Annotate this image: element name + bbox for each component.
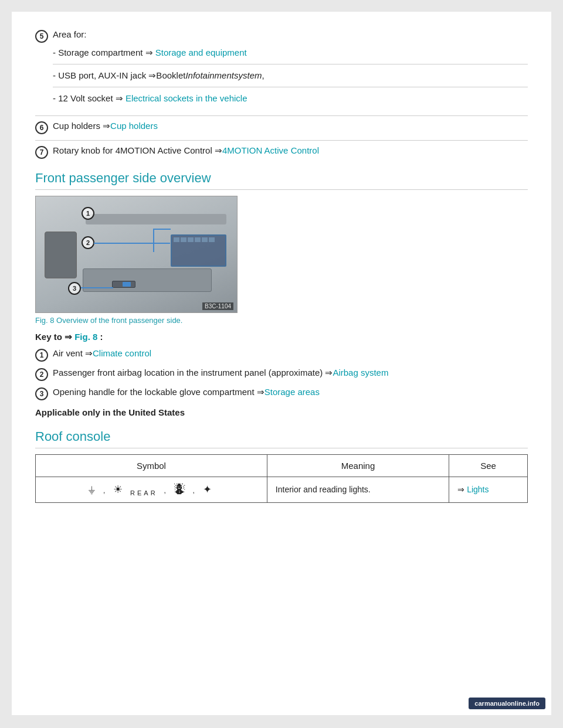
- key-item-2-text: Passenger front airbag location in the i…: [53, 368, 333, 378]
- lights-link[interactable]: Lights: [467, 485, 489, 494]
- figure-area: 1 2 3 B3C-1104 Fig. 8 Overview of the fr…: [35, 196, 528, 325]
- key-circle-3: 3: [35, 387, 48, 400]
- cup-holders-link[interactable]: Cup holders: [110, 121, 158, 131]
- col-meaning: Meaning: [267, 455, 449, 477]
- dashboard-graphic: 1 2 3 B3C-1104: [36, 196, 237, 312]
- 4motion-link[interactable]: 4MOTION Active Control: [222, 145, 319, 155]
- figure-caption: Fig. 8 Overview of the front passenger s…: [35, 316, 528, 325]
- sub-item-1-text: - Storage compartment ⇒: [53, 47, 155, 57]
- item-6-row: 6 Cup holders ⇒ Cup holders: [35, 121, 528, 134]
- roof-section-heading: Roof console: [35, 429, 528, 448]
- item-6-text: Cup holders ⇒: [53, 121, 110, 131]
- fig8-link[interactable]: Fig. 8: [74, 332, 97, 342]
- table-header-row: Symbol Meaning See: [36, 455, 528, 477]
- separator-1: [35, 115, 528, 116]
- key-circle-1: 1: [35, 349, 48, 362]
- sub-item-storage: - Storage compartment ⇒ Storage and equi…: [53, 47, 528, 64]
- separator-2: [35, 140, 528, 141]
- item-7-text: Rotary knob for 4MOTION Active Control ⇒: [53, 145, 222, 156]
- see-cell: ⇒ Lights: [449, 477, 528, 503]
- key-item-1-text: Air vent ⇒: [53, 348, 93, 359]
- col-see: See: [449, 455, 528, 477]
- table-row: ⏚ , ☀ REAR , ⛇ , ✦ Interior and reading …: [36, 477, 528, 503]
- symbol-cell: ⏚ , ☀ REAR , ⛇ , ✦: [36, 477, 267, 503]
- electrical-sockets-link[interactable]: Electrical sockets in the vehicle: [126, 93, 247, 103]
- roof-console-table: Symbol Meaning See ⏚ , ☀ REAR , ⛇ , ✦ In…: [35, 454, 528, 503]
- key-circle-2: 2: [35, 368, 48, 381]
- item-5-row: 5 Area for:: [35, 29, 528, 43]
- key-item-1: 1 Air vent ⇒ Climate control: [35, 348, 528, 362]
- circle-7: 7: [35, 146, 48, 159]
- col-symbol: Symbol: [36, 455, 267, 477]
- key-to-label: Key to ⇒ Fig. 8 :: [35, 332, 528, 342]
- storage-equipment-link[interactable]: Storage and equipment: [155, 47, 247, 57]
- figure-image: 1 2 3 B3C-1104: [35, 196, 238, 313]
- meaning-cell: Interior and reading lights.: [267, 477, 449, 503]
- circle-6: 6: [35, 121, 48, 134]
- page: 5 Area for: - Storage compartment ⇒ Stor…: [12, 12, 551, 715]
- item-5-label: Area for:: [53, 29, 87, 39]
- key-item-2: 2 Passenger front airbag location in the…: [35, 368, 528, 381]
- climate-control-link[interactable]: Climate control: [93, 348, 151, 358]
- key-item-3: 3 Opening handle for the lockable glove …: [35, 387, 528, 400]
- sub-item-2-text: - USB port, AUX-IN jack ⇒BookletInfotain…: [53, 70, 264, 80]
- airbag-link[interactable]: Airbag system: [333, 368, 388, 377]
- figure-code: B3C-1104: [202, 302, 233, 310]
- applicable-note: Applicable only in the United States: [35, 407, 528, 417]
- sub-item-usb: - USB port, AUX-IN jack ⇒BookletInfotain…: [53, 70, 528, 87]
- item-7-row: 7 Rotary knob for 4MOTION Active Control…: [35, 145, 528, 159]
- watermark: carmanualonline.info: [469, 698, 545, 709]
- sub-item-3-text: - 12 Volt socket ⇒: [53, 93, 126, 103]
- key-item-3-text: Opening handle for the lockable glove co…: [53, 387, 264, 397]
- circle-5: 5: [35, 30, 48, 43]
- sub-item-12v: - 12 Volt socket ⇒ Electrical sockets in…: [53, 93, 528, 110]
- storage-areas-link[interactable]: Storage areas: [264, 387, 320, 397]
- front-section-heading: Front passenger side overview: [35, 171, 528, 190]
